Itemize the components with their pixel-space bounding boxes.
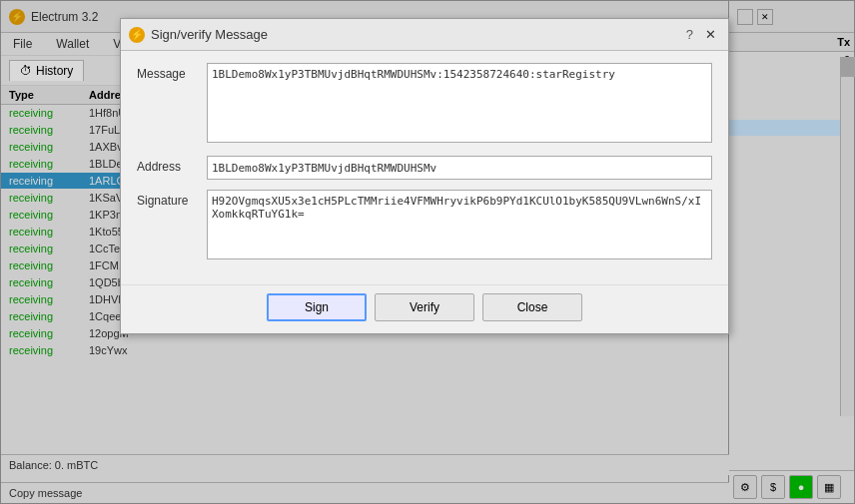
address-input[interactable] bbox=[207, 156, 712, 180]
signature-row: Signature bbox=[137, 190, 712, 262]
message-row: Message bbox=[137, 63, 712, 146]
dialog-title-left: ⚡ Sign/verify Message bbox=[129, 27, 268, 43]
address-row: Address bbox=[137, 156, 712, 180]
verify-button[interactable]: Verify bbox=[375, 293, 474, 321]
address-label: Address bbox=[137, 156, 207, 174]
close-dialog-button[interactable]: Close bbox=[482, 293, 582, 321]
message-field-container bbox=[207, 63, 712, 146]
dialog-body: Message Address Signature bbox=[121, 51, 728, 284]
dialog-title: Sign/verify Message bbox=[151, 27, 268, 42]
dialog-titlebar: ⚡ Sign/verify Message ? ✕ bbox=[121, 19, 728, 51]
signature-textarea[interactable] bbox=[207, 190, 712, 259]
dialog-footer: Sign Verify Close bbox=[121, 284, 728, 333]
sign-verify-dialog: ⚡ Sign/verify Message ? ✕ Message Addres… bbox=[120, 18, 729, 334]
dialog-close-x-button[interactable]: ✕ bbox=[701, 27, 720, 42]
signature-label: Signature bbox=[137, 190, 207, 208]
message-textarea[interactable] bbox=[207, 63, 712, 143]
dialog-icon: ⚡ bbox=[129, 27, 145, 43]
sign-button[interactable]: Sign bbox=[267, 293, 367, 321]
signature-field-container bbox=[207, 190, 712, 262]
dialog-title-buttons: ? ✕ bbox=[682, 27, 720, 42]
address-field-container bbox=[207, 156, 712, 180]
dialog-help-button[interactable]: ? bbox=[682, 27, 697, 42]
message-label: Message bbox=[137, 63, 207, 81]
